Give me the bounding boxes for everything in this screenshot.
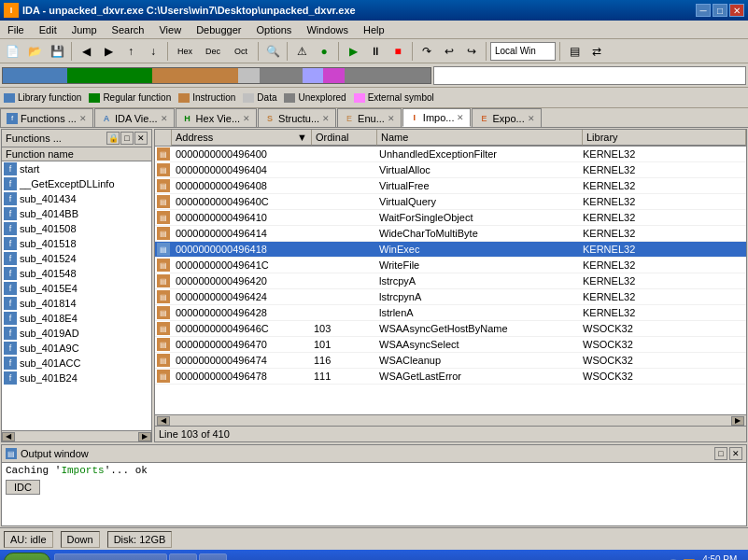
import-row-0[interactable]: ▤ 0000000000496400 UnhandledExceptionFil…	[155, 147, 746, 162]
func-row-4015e4[interactable]: f sub_4015E4	[2, 281, 151, 296]
output-close-btn[interactable]: ✕	[729, 447, 742, 460]
func-row-401508[interactable]: f sub_401508	[2, 221, 151, 236]
tab-imports[interactable]: I Impo... ✕	[402, 108, 472, 127]
minimize-button[interactable]: ─	[696, 4, 711, 17]
tb-up[interactable]: ↑	[120, 41, 141, 62]
tab-exports-close[interactable]: ✕	[528, 114, 535, 123]
tab-functions[interactable]: f Functions ... ✕	[0, 108, 93, 127]
tb-new[interactable]: 📄	[2, 41, 22, 62]
col-address[interactable]: Address ▼	[172, 130, 312, 146]
tb-save[interactable]: 💾	[47, 41, 67, 62]
menu-file[interactable]: File	[0, 21, 32, 38]
tb-fwd[interactable]: ▶	[98, 41, 119, 62]
tb-extra1[interactable]: ▤	[564, 41, 585, 62]
func-row-401548[interactable]: f sub_401548	[2, 266, 151, 281]
close-button[interactable]: ✕	[729, 4, 744, 17]
menu-view[interactable]: View	[151, 21, 189, 38]
imports-hscrollbar[interactable]: ◀ ▶	[155, 414, 746, 426]
func-row-401434[interactable]: f sub_401434	[2, 191, 151, 206]
menu-debugger[interactable]: Debugger	[189, 21, 248, 38]
tb-run[interactable]: ▶	[343, 41, 363, 62]
tb-warn[interactable]: ⚠	[291, 41, 312, 62]
import-row-10[interactable]: ▤ 0000000000496428 lstrlenA KERNEL32	[155, 305, 746, 321]
tb-back[interactable]: ◀	[76, 41, 96, 62]
taskbar-user-app[interactable]: 👤	[199, 553, 227, 560]
scroll-right-btn[interactable]: ▶	[138, 432, 151, 441]
func-row-4014bb[interactable]: f sub_4014BB	[2, 206, 151, 221]
tb-circle[interactable]: ●	[314, 41, 334, 62]
func-row-start[interactable]: f start	[2, 161, 151, 176]
import-row-5[interactable]: ▤ 0000000000496414 WideCharToMultiByte K…	[155, 226, 746, 242]
hscroll-right[interactable]: ▶	[731, 416, 744, 426]
taskbar-ida-app[interactable]: I IDA - unpacked_dxvr...	[54, 553, 167, 560]
import-row-1[interactable]: ▤ 0000000000496404 VirtualAlloc KERNEL32	[155, 162, 746, 178]
func-row-401524[interactable]: f sub_401524	[2, 251, 151, 266]
import-row-4[interactable]: ▤ 0000000000496410 WaitForSingleObject K…	[155, 210, 746, 226]
tab-enums[interactable]: E Enu... ✕	[337, 108, 402, 127]
tb-search[interactable]: 🔍	[262, 41, 283, 62]
import-row-13[interactable]: ▤ 0000000000496474 116 WSACleanup WSOCK3…	[155, 353, 746, 369]
menu-windows[interactable]: Windows	[299, 21, 356, 38]
col-name[interactable]: Name	[377, 130, 583, 146]
func-row-4019ad[interactable]: f sub_4019AD	[2, 326, 151, 341]
tab-enums-close[interactable]: ✕	[388, 114, 395, 123]
import-row-9[interactable]: ▤ 0000000000496424 lstrcpynA KERNEL32	[155, 289, 746, 305]
tb-pause[interactable]: ⏸	[365, 41, 386, 62]
scroll-left-btn[interactable]: ◀	[2, 432, 15, 441]
functions-list[interactable]: f start f __GetExceptDLLinfo f sub_40143…	[2, 161, 151, 430]
import-row-7[interactable]: ▤ 000000000049641C WriteFile KERNEL32	[155, 258, 746, 273]
tb-stop[interactable]: ■	[388, 41, 408, 62]
menu-help[interactable]: Help	[356, 21, 392, 38]
taskbar-firefox-app[interactable]: 🦊	[169, 553, 197, 560]
func-row-401b24[interactable]: f sub_401B24	[2, 371, 151, 385]
tb-dec[interactable]: Dec	[200, 41, 226, 62]
tb-open[interactable]: 📂	[24, 41, 45, 62]
func-row-401814[interactable]: f sub_401814	[2, 296, 151, 311]
tb-step-into[interactable]: ↩	[439, 41, 459, 62]
tab-functions-close[interactable]: ✕	[79, 114, 87, 123]
import-row-2[interactable]: ▤ 0000000000496408 VirtualFree KERNEL32	[155, 178, 746, 194]
address-input[interactable]	[433, 66, 746, 85]
menu-options[interactable]: Options	[248, 21, 299, 38]
functions-hscrollbar[interactable]: ◀ ▶	[2, 430, 151, 441]
import-row-6[interactable]: ▤ 0000000000496418 WinExec KERNEL32	[155, 242, 746, 258]
col-ordinal[interactable]: Ordinal	[312, 130, 377, 146]
idc-button[interactable]: IDC	[6, 480, 40, 495]
tb-oct[interactable]: Oct	[228, 41, 254, 62]
import-row-3[interactable]: ▤ 000000000049640C VirtualQuery KERNEL32	[155, 194, 746, 210]
import-row-8[interactable]: ▤ 0000000000496420 lstrcpyA KERNEL32	[155, 273, 746, 289]
func-row-401acc[interactable]: f sub_401ACC	[2, 356, 151, 371]
tab-structs[interactable]: S Structu... ✕	[258, 108, 336, 127]
functions-panel-float[interactable]: □	[120, 132, 134, 145]
hscroll-left[interactable]: ◀	[157, 416, 170, 426]
func-row-401518[interactable]: f sub_401518	[2, 236, 151, 251]
func-row-getexcept[interactable]: f __GetExceptDLLinfo	[2, 176, 151, 191]
menu-edit[interactable]: Edit	[32, 21, 64, 38]
func-row-401a9c[interactable]: f sub_401A9C	[2, 341, 151, 356]
tab-structs-close[interactable]: ✕	[322, 114, 330, 123]
tb-extra2[interactable]: ⇄	[586, 41, 607, 62]
menu-jump[interactable]: Jump	[64, 21, 105, 38]
import-row-11[interactable]: ▤ 000000000049646C 103 WSAAsyncGetHostBy…	[155, 321, 746, 337]
clock[interactable]: 4:50 PM 7/24/2019	[699, 554, 741, 560]
functions-panel-close[interactable]: ✕	[134, 132, 148, 145]
import-row-12[interactable]: ▤ 0000000000496470 101 WSAAsyncSelect WS…	[155, 337, 746, 353]
functions-panel-lock[interactable]: 🔒	[106, 132, 120, 145]
tb-step-out[interactable]: ↪	[461, 41, 482, 62]
tab-ida-view-close[interactable]: ✕	[161, 114, 168, 123]
debugger-dropdown[interactable]: Local Win	[490, 42, 556, 61]
tab-exports[interactable]: E Expo... ✕	[472, 108, 541, 127]
func-row-4018e4[interactable]: f sub_4018E4	[2, 311, 151, 326]
tb-hex[interactable]: Hex	[172, 41, 198, 62]
maximize-button[interactable]: □	[713, 4, 727, 17]
tab-ida-view[interactable]: A IDA Vie... ✕	[94, 108, 175, 127]
tab-hex-view-close[interactable]: ✕	[243, 114, 250, 123]
col-library[interactable]: Library	[583, 130, 746, 146]
output-float-btn[interactable]: □	[714, 447, 727, 460]
color-navigation-bar[interactable]	[2, 67, 431, 84]
menu-search[interactable]: Search	[105, 21, 152, 38]
import-row-14[interactable]: ▤ 0000000000496478 111 WSAGetLastError W…	[155, 369, 746, 385]
start-button[interactable]: ⊞	[4, 553, 50, 560]
tab-hex-view[interactable]: H Hex Vie... ✕	[176, 108, 258, 127]
tb-step-over[interactable]: ↷	[416, 41, 437, 62]
